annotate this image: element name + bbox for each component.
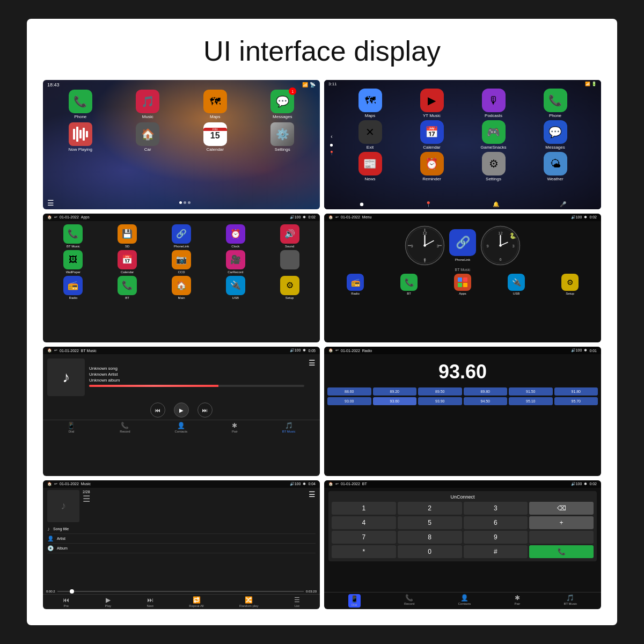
screen-android-auto[interactable]: 3:11 📶 🔋 ‹ ⏺ 📍 🗺 Maps ▶ YT Music 🎙 <box>324 80 601 209</box>
preset-8980[interactable]: 89.80 <box>464 387 508 396</box>
preset-9450[interactable]: 94.50 <box>464 397 508 405</box>
key-9[interactable]: 9 <box>464 531 528 544</box>
dial-btmusic-btn[interactable]: 🎵 BT Music <box>564 594 577 608</box>
play-btn-list[interactable]: ▶ Play <box>105 596 112 608</box>
preset-9300[interactable]: 93.00 <box>327 397 371 405</box>
app-music[interactable]: 🎵 Music <box>116 90 180 119</box>
app-settings[interactable]: ⚙️ Settings <box>251 122 315 152</box>
key-del[interactable]: ⌫ <box>529 502 594 515</box>
car-clock[interactable]: ⏰ Clock <box>209 224 261 248</box>
car-ccd[interactable]: 📷 CCD <box>156 250 208 274</box>
car-wallpaper[interactable]: 🖼 WallPaper <box>47 250 99 274</box>
dial-back[interactable]: ↩ <box>335 482 339 486</box>
header-home[interactable]: 🏠 <box>47 215 52 219</box>
key-4[interactable]: 4 <box>332 516 396 529</box>
car-sound[interactable]: 🔊 Sound <box>264 224 316 248</box>
app-messages[interactable]: 💬 1 Messages <box>251 90 315 119</box>
preset-9510[interactable]: 95.10 <box>509 397 553 405</box>
musiclist-playlist-icon[interactable]: ☰ <box>83 494 90 503</box>
key-6[interactable]: 6 <box>464 516 528 529</box>
android-record-btn[interactable]: ⏺ <box>359 201 364 207</box>
carplay-menu-icon[interactable]: ☰ <box>47 199 54 207</box>
clock-bt[interactable]: 📞 BT <box>400 274 418 295</box>
btmusic-back[interactable]: ↩ <box>54 348 57 353</box>
app-nowplaying[interactable]: Now Playing <box>48 122 113 152</box>
car-btmusic[interactable]: 📞 BT Music <box>47 224 99 248</box>
app-phone[interactable]: 📞 Phone <box>48 90 113 119</box>
musiclist-row-2[interactable]: 👤 Artist <box>47 534 316 544</box>
musiclist-back[interactable]: ↩ <box>54 482 57 486</box>
musiclist-row-3[interactable]: 💿 Album <box>47 544 316 553</box>
car-sd[interactable]: 💾 SD <box>101 224 153 248</box>
list-btn[interactable]: ☰ List <box>294 596 300 608</box>
app-car[interactable]: 🏠 Car <box>116 122 180 152</box>
center-phonelink[interactable]: 🔗 PhoneLink <box>449 229 476 261</box>
play-btn[interactable]: ▶ <box>174 402 189 418</box>
car-main[interactable]: 🏠 Main <box>156 276 208 299</box>
playlist-icon[interactable]: ☰ <box>309 358 316 367</box>
android-messages[interactable]: 💬 Messages <box>525 120 585 150</box>
android-podcasts[interactable]: 🎙 Podcasts <box>464 89 523 118</box>
radio-back[interactable]: ↩ <box>335 348 339 353</box>
next-btn-list[interactable]: ⏭ Next <box>147 596 153 608</box>
app-calendar[interactable]: FRI 15 Calendar <box>183 122 247 152</box>
key-2[interactable]: 2 <box>398 502 462 515</box>
preset-8860[interactable]: 88.60 <box>327 387 371 396</box>
key-0[interactable]: 0 <box>398 545 462 558</box>
key-star[interactable]: * <box>332 545 396 558</box>
random-btn[interactable]: 🔀 Random play <box>239 596 258 608</box>
key-7[interactable]: 7 <box>332 531 396 544</box>
music-progress-bar[interactable] <box>89 385 304 387</box>
key-8[interactable]: 8 <box>398 531 462 544</box>
android-maps[interactable]: 🗺 Maps <box>340 89 400 118</box>
app-maps[interactable]: 🗺 Maps <box>183 90 247 119</box>
screen-app-menu[interactable]: 🏠 ↩ 01-01-2022 Apps 🔊100 ✱ 0:02 📞 BT Mus… <box>43 214 320 343</box>
pre-btn[interactable]: ⏮ Pre <box>63 596 69 608</box>
key-hash[interactable]: # <box>464 545 528 558</box>
musiclist-row-1[interactable]: ♪ Song title <box>47 524 316 534</box>
clock-apps[interactable]: Apps <box>454 274 471 295</box>
android-settings[interactable]: ⚙ Settings <box>464 152 523 181</box>
car-phonelink[interactable]: 🔗 PhoneLink <box>156 224 208 248</box>
screen-bt-dial[interactable]: 🏠 ↩ 01-01-2022 BT 🔊100 ✱ 0:02 UnConnect … <box>324 480 601 610</box>
clock-radio[interactable]: 📻 Radio <box>347 274 364 295</box>
car-bt[interactable]: 📞 BT <box>101 276 153 299</box>
dial-record-btn[interactable]: 📞 Record <box>404 594 414 608</box>
preset-8920[interactable]: 89.20 <box>373 387 417 396</box>
btmusic-home[interactable]: 🏠 <box>47 348 52 353</box>
preset-9180[interactable]: 91.80 <box>554 387 598 396</box>
android-phone[interactable]: 📞 Phone <box>525 89 585 118</box>
pair-btn[interactable]: ✱ Pair <box>232 422 238 433</box>
car-radio[interactable]: 📻 Radio <box>47 276 99 299</box>
dial-pair-btn[interactable]: ✱ Pair <box>514 594 520 608</box>
preset-8950[interactable]: 89.50 <box>418 387 462 396</box>
android-weather[interactable]: 🌤 Weather <box>525 152 585 181</box>
android-reminder[interactable]: ⏰ Reminder <box>402 152 462 181</box>
btmusic-btn[interactable]: 🎵 BT Music <box>282 422 296 433</box>
key-plus[interactable]: + <box>529 516 594 529</box>
key-3[interactable]: 3 <box>464 502 528 515</box>
clock-back[interactable]: ↩ <box>335 215 339 219</box>
preset-9390[interactable]: 93.90 <box>418 397 462 405</box>
car-setup[interactable]: ⚙ Setup <box>264 276 316 299</box>
dial-home[interactable]: 🏠 <box>328 482 333 486</box>
android-exit[interactable]: ✕ Exit <box>340 120 400 150</box>
screen-clock-menu[interactable]: 🏠 ↩ 01-01-2022 Menu 🔊100 ✱ 0:02 <box>324 214 601 343</box>
screen-music-list[interactable]: 🏠 ↩ 01-01-2022 Music 🔊100 ✱ 0:04 ♪ 2/28 … <box>43 480 320 610</box>
android-ytmusic[interactable]: ▶ YT Music <box>402 89 462 118</box>
car-usb[interactable]: 🔌 USB <box>209 276 261 299</box>
android-mic-icon[interactable]: 🎤 <box>560 201 566 207</box>
clock-usb[interactable]: 🔌 USB <box>508 274 525 295</box>
radio-home[interactable]: 🏠 <box>328 348 333 353</box>
car-calendar[interactable]: 📅 Calendar <box>101 250 153 274</box>
preset-9150[interactable]: 91.50 <box>509 387 553 396</box>
repeat-btn[interactable]: 🔁 Repeat All <box>189 596 203 608</box>
android-maps-btn[interactable]: 📍 <box>425 201 431 207</box>
seek-track[interactable] <box>57 591 304 592</box>
car-carrecord[interactable]: 🎥 CarRecord <box>209 250 261 274</box>
dial-btn[interactable]: 📱 Dial <box>67 422 75 433</box>
prev-btn[interactable]: ⏮ <box>150 402 165 418</box>
musiclist-home[interactable]: 🏠 <box>47 482 52 486</box>
contacts-btn[interactable]: 👤 Contacts <box>175 422 188 433</box>
key-1[interactable]: 1 <box>332 502 396 515</box>
